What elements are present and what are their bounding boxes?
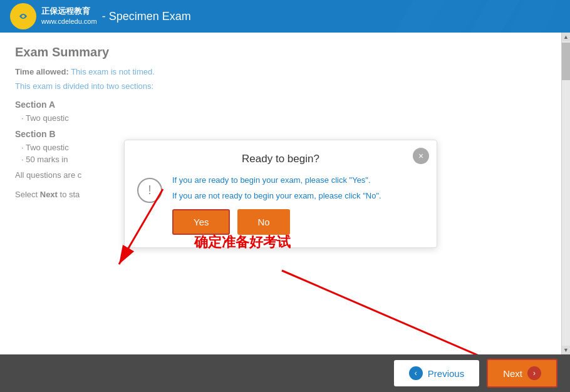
next-label: Next	[503, 368, 522, 379]
dialog-buttons: Yes No	[172, 209, 424, 235]
dialog-body: ! If you are ready to begin your exam, p…	[137, 175, 424, 235]
yes-button[interactable]: Yes	[172, 209, 230, 235]
info-icon: !	[137, 178, 162, 203]
scrollbar-thumb[interactable]	[562, 43, 570, 80]
scrollbar-up[interactable]: ▲	[562, 33, 570, 41]
prev-label: Previous	[428, 368, 464, 379]
dialog-text: If you are ready to begin your exam, ple…	[172, 175, 424, 235]
ready-text: If you are ready to begin your exam, ple…	[172, 175, 424, 185]
logo-circle	[10, 3, 36, 29]
dialog-title: Ready to begin?	[137, 153, 424, 165]
no-button[interactable]: No	[237, 209, 289, 235]
header-title: - Specimen Exam	[102, 10, 191, 23]
scrollbar-down[interactable]: ▼	[562, 346, 570, 354]
content: Exam Summary Time allowed: This exam is …	[0, 33, 570, 354]
previous-button[interactable]: ‹ Previous	[394, 360, 479, 386]
scrollbar[interactable]: ▲ ▼	[561, 33, 570, 354]
footer: ‹ Previous Next ›	[0, 354, 570, 392]
main-area: Exam Summary Time allowed: This exam is …	[0, 33, 570, 354]
logo-text: 正保远程教育 www.cdeledu.com	[41, 6, 97, 26]
next-chevron-icon: ›	[527, 366, 541, 380]
header-decoration	[382, 0, 570, 33]
dialog-close-button[interactable]: ×	[413, 148, 429, 164]
not-ready-text: If you are not ready to begin your exam,…	[172, 191, 424, 200]
header: 正保远程教育 www.cdeledu.com - Specimen Exam	[0, 0, 570, 33]
logo-icon	[14, 8, 32, 25]
dialog-overlay: Ready to begin? × ! If you are ready to …	[0, 33, 561, 354]
prev-chevron-icon: ‹	[409, 366, 423, 380]
next-button[interactable]: Next ›	[487, 359, 557, 388]
dialog: Ready to begin? × ! If you are ready to …	[124, 140, 437, 248]
logo: 正保远程教育 www.cdeledu.com	[10, 3, 97, 29]
